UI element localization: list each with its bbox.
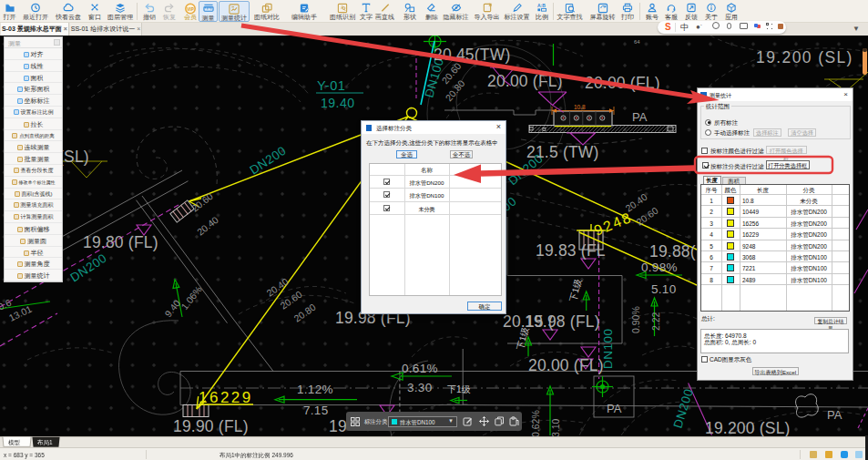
svg-text:16229: 16229 (199, 389, 253, 406)
svg-text:下1级: 下1级 (447, 384, 471, 394)
svg-text:PA: PA (632, 110, 648, 124)
svg-text:19.40: 19.40 (321, 96, 355, 110)
svg-text:(SL): (SL) (58, 148, 89, 166)
svg-text:19.83 (FL: 19.83 (FL (536, 241, 606, 260)
svg-text:Y-01: Y-01 (317, 78, 345, 93)
svg-text:20.00 (FL): 20.00 (FL) (585, 74, 660, 92)
svg-text:20.00 (FL): 20.00 (FL) (528, 356, 604, 374)
svg-text:10.8: 10.8 (574, 104, 586, 110)
svg-text:1.12%: 1.12% (297, 383, 333, 396)
svg-text:0.62%: 0.62% (530, 410, 541, 436)
svg-text:7.15: 7.15 (303, 404, 328, 417)
svg-text:19.80 (FL): 19.80 (FL) (83, 233, 158, 251)
svg-text:A:B: A:B (537, 3, 546, 8)
svg-text:0.61%: 0.61% (402, 362, 438, 375)
svg-text:19.200 (SL): 19.200 (SL) (756, 48, 853, 66)
svg-text:3.30: 3.30 (407, 381, 432, 394)
svg-text:19.90 (FL): 19.90 (FL) (173, 417, 249, 435)
svg-text:19.200 (SL): 19.200 (SL) (705, 419, 791, 436)
svg-text:PA: PA (607, 402, 622, 415)
svg-text:0.90%: 0.90% (630, 306, 641, 333)
svg-text:0.98%: 0.98% (641, 261, 678, 274)
svg-text:PA: PA (827, 408, 842, 422)
svg-text:2.22: 2.22 (650, 312, 661, 331)
svg-text:VIP: VIP (187, 7, 193, 12)
svg-text:20.45(TW): 20.45(TW) (434, 46, 510, 64)
svg-text:19.98 (FL): 19.98 (FL) (525, 312, 600, 331)
svg-text:20.00 (FL): 20.00 (FL) (487, 72, 563, 90)
svg-text:5.10: 5.10 (651, 282, 676, 296)
svg-text:19.88(: 19.88( (649, 242, 696, 261)
svg-text:3.10: 3.10 (550, 418, 561, 436)
svg-text:64: 64 (634, 39, 640, 45)
svg-text:21.5 (TW): 21.5 (TW) (526, 143, 599, 161)
svg-text:19: 19 (329, 417, 347, 435)
